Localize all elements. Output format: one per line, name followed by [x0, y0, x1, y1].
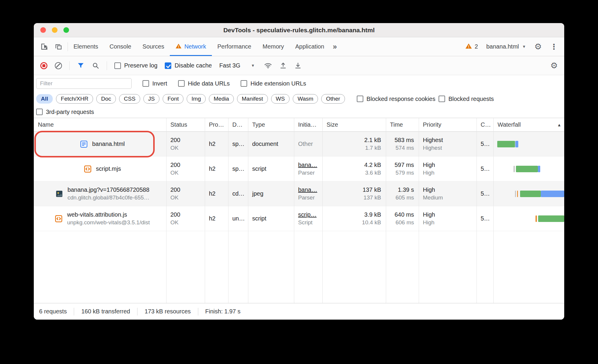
- filter-pill-all[interactable]: All: [36, 94, 53, 104]
- hide-extension-urls-checkbox[interactable]: [241, 80, 247, 87]
- column-header-type[interactable]: Type: [248, 121, 294, 128]
- filter-pill-fetchxhr[interactable]: Fetch/XHR: [56, 94, 93, 104]
- status-code: 200: [170, 186, 205, 193]
- column-header-name[interactable]: Name: [34, 121, 166, 128]
- blocked-response-cookies-checkbox[interactable]: [357, 96, 363, 102]
- request-name[interactable]: banana.html: [92, 141, 125, 147]
- zoom-window-button[interactable]: [63, 27, 69, 33]
- invert-group: Invert: [143, 80, 167, 87]
- preserve-log-checkbox[interactable]: [114, 62, 121, 69]
- toolbar-divider: [107, 61, 107, 70]
- image-thumbnail: [55, 189, 64, 198]
- initiator-link[interactable]: scrip…: [298, 211, 322, 218]
- filter-pill-font[interactable]: Font: [163, 94, 183, 104]
- clear-network-log-icon[interactable]: [55, 62, 62, 69]
- time-cell: 583 ms 574 ms: [386, 132, 419, 156]
- tab-memory[interactable]: Memory: [257, 37, 290, 56]
- blocked-response-cookies-label: Blocked response cookies: [367, 96, 435, 102]
- request-name[interactable]: banana.jpg?v=1705668720588: [68, 186, 150, 193]
- priority-value: Highest: [423, 137, 477, 144]
- type-cell: script: [248, 157, 294, 181]
- request-name-cell[interactable]: banana.html: [34, 132, 166, 156]
- filter-pill-js[interactable]: JS: [143, 94, 159, 104]
- throttling-select[interactable]: Fast 3G ▼: [219, 62, 257, 69]
- tab-network[interactable]: Network: [170, 37, 212, 56]
- size-transferred: 3.9 kB: [364, 211, 381, 218]
- filter-pill-css[interactable]: CSS: [119, 94, 140, 104]
- filter-pill-ws[interactable]: WS: [271, 94, 290, 104]
- request-name-cell[interactable]: banana.jpg?v=1705668720588 cdn.glitch.gl…: [34, 181, 166, 206]
- column-header-priority[interactable]: Priority: [419, 121, 477, 128]
- inspect-element-icon[interactable]: [39, 41, 50, 52]
- table-row[interactable]: banana.html 200 OK h2 sp… document Other…: [34, 132, 564, 157]
- filter-pill-img[interactable]: Img: [187, 94, 206, 104]
- table-row[interactable]: banana.jpg?v=1705668720588 cdn.glitch.gl…: [34, 181, 564, 206]
- column-header-size[interactable]: Size: [322, 121, 386, 128]
- column-header-connection[interactable]: C…: [477, 121, 493, 128]
- request-name-cell[interactable]: script.mjs: [34, 157, 166, 181]
- filter-pill-manifest[interactable]: Manifest: [237, 94, 268, 104]
- column-header-time[interactable]: Time: [386, 121, 419, 128]
- invert-checkbox[interactable]: [143, 80, 149, 87]
- export-har-icon[interactable]: [294, 62, 302, 69]
- devtools-window: DevTools - speculative-rules.glitch.me/b…: [34, 23, 564, 320]
- filter-funnel-icon[interactable]: [77, 62, 84, 69]
- network-settings-gear-icon[interactable]: ⚙: [550, 62, 558, 70]
- more-tabs-icon[interactable]: »: [330, 37, 340, 56]
- hide-extension-urls-group: Hide extension URLs: [241, 80, 306, 87]
- tab-application[interactable]: Application: [290, 37, 330, 56]
- column-header-domain[interactable]: D…: [228, 121, 248, 128]
- device-toolbar-icon[interactable]: [53, 41, 64, 52]
- waterfall-cell: [493, 157, 564, 181]
- blocked-requests-checkbox[interactable]: [439, 96, 445, 102]
- type-cell: document: [248, 132, 294, 156]
- search-icon[interactable]: [92, 62, 99, 69]
- filter-pill-doc[interactable]: Doc: [96, 94, 116, 104]
- minimize-window-button[interactable]: [52, 27, 57, 33]
- filter-pill-media[interactable]: Media: [209, 94, 234, 104]
- status-cell: 200 OK: [166, 157, 205, 181]
- filter-input[interactable]: [36, 78, 132, 89]
- network-conditions-icon[interactable]: [264, 62, 272, 70]
- third-party-requests-checkbox[interactable]: [36, 109, 43, 115]
- close-window-button[interactable]: [40, 27, 46, 33]
- column-header-initiator[interactable]: Initia…: [294, 121, 322, 128]
- initiator-link[interactable]: bana…: [298, 162, 322, 168]
- tab-console[interactable]: Console: [104, 37, 137, 56]
- request-name[interactable]: script.mjs: [96, 165, 121, 172]
- sort-ascending-icon: ▲: [557, 123, 561, 127]
- tab-label: Memory: [263, 43, 284, 50]
- priority-cell: High High: [419, 157, 477, 181]
- filter-pill-other[interactable]: Other: [321, 94, 345, 104]
- priority-cell: Highest Highest: [419, 132, 477, 156]
- column-header-status[interactable]: Status: [166, 121, 205, 128]
- table-row[interactable]: web-vitals.attribution.js unpkg.com/web-…: [34, 206, 564, 231]
- size-transferred: 4.2 kB: [364, 162, 381, 168]
- request-name[interactable]: web-vitals.attribution.js: [67, 211, 150, 218]
- import-har-icon[interactable]: [279, 62, 287, 69]
- overflow-menu-icon[interactable]: ⋮: [550, 43, 558, 51]
- status-text: OK: [170, 170, 205, 176]
- finish-time: Finish: 1.97 s: [198, 308, 248, 315]
- hide-data-urls-checkbox[interactable]: [178, 80, 185, 87]
- tab-label: Sources: [143, 43, 164, 50]
- initiator-link[interactable]: bana…: [298, 186, 322, 193]
- disable-cache-checkbox[interactable]: [165, 62, 171, 69]
- domain-cell: sp…: [228, 157, 248, 181]
- blocked-requests-label: Blocked requests: [448, 96, 494, 102]
- filter-pill-wasm[interactable]: Wasm: [293, 94, 318, 104]
- settings-gear-icon[interactable]: ⚙: [534, 43, 542, 51]
- issues-counter[interactable]: 2: [465, 43, 478, 51]
- table-header: Name Status Pro… D… Type Initia… Size Ti…: [34, 118, 564, 132]
- size-transferred: 2.1 kB: [364, 137, 381, 144]
- tab-elements[interactable]: Elements: [68, 37, 104, 56]
- page-context-selector[interactable]: banana.html ▼: [486, 43, 526, 50]
- column-header-waterfall[interactable]: Waterfall ▲: [493, 121, 564, 128]
- column-header-protocol[interactable]: Pro…: [205, 121, 228, 128]
- table-row[interactable]: script.mjs 200 OK h2 sp… script bana… Pa…: [34, 157, 564, 181]
- tab-performance[interactable]: Performance: [212, 37, 257, 56]
- status-text: OK: [170, 145, 205, 151]
- request-name-cell[interactable]: web-vitals.attribution.js unpkg.com/web-…: [34, 206, 166, 231]
- tab-sources[interactable]: Sources: [137, 37, 170, 56]
- record-network-log-button[interactable]: [40, 62, 47, 69]
